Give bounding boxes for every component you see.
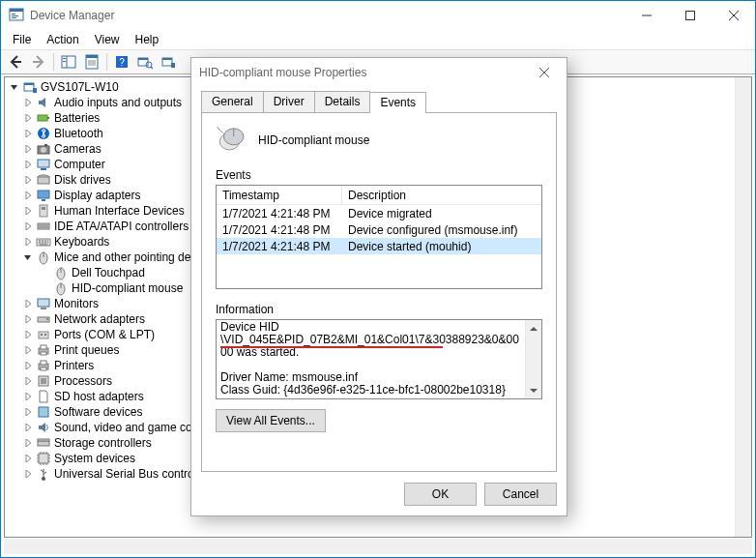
svg-rect-67 — [38, 441, 49, 446]
svg-rect-33 — [47, 117, 49, 119]
svg-point-54 — [46, 318, 48, 320]
scroll-down-icon[interactable] — [526, 382, 541, 398]
tree-label: Storage controllers — [54, 435, 152, 451]
port-icon — [36, 327, 51, 342]
hid-icon — [36, 203, 51, 219]
chevron-right-icon[interactable] — [22, 344, 34, 356]
chevron-right-icon[interactable] — [22, 313, 34, 325]
svg-rect-6 — [685, 12, 694, 20]
chevron-right-icon[interactable] — [22, 329, 34, 340]
scroll-up-icon[interactable] — [526, 320, 541, 337]
disk-icon — [36, 172, 51, 188]
event-row[interactable]: 1/7/2021 4:21:48 PMDevice started (mouhi… — [217, 238, 541, 254]
svg-rect-42 — [38, 191, 49, 198]
chevron-down-icon[interactable] — [22, 251, 34, 263]
window-controls — [625, 2, 755, 30]
device-manager-window: Device Manager File Action View Help ? G… — [0, 0, 756, 558]
highlight-underline — [220, 346, 443, 348]
properties-button[interactable] — [81, 51, 102, 73]
col-timestamp[interactable]: Timestamp — [217, 186, 342, 204]
chevron-right-icon[interactable] — [22, 406, 34, 418]
tree-scrollbar[interactable] — [735, 77, 751, 537]
ok-button[interactable]: OK — [404, 483, 477, 506]
dialog-close-button[interactable] — [530, 58, 559, 87]
svg-rect-14 — [63, 61, 66, 62]
cancel-button[interactable]: Cancel — [484, 483, 557, 506]
chevron-right-icon[interactable] — [22, 143, 34, 155]
help-button[interactable]: ? — [111, 51, 132, 73]
menu-view[interactable]: View — [89, 31, 126, 48]
menu-action[interactable]: Action — [41, 31, 84, 48]
sound-icon — [36, 420, 51, 435]
svg-rect-39 — [41, 168, 46, 170]
maximize-button[interactable] — [668, 2, 712, 30]
chevron-right-icon[interactable] — [22, 375, 34, 387]
minimize-button[interactable] — [625, 2, 668, 30]
menubar: File Action View Help — [1, 30, 755, 49]
cpu-icon — [36, 373, 51, 389]
svg-rect-30 — [24, 83, 34, 85]
chevron-right-icon[interactable] — [22, 112, 34, 124]
menu-file[interactable]: File — [7, 31, 37, 48]
view-all-events-button[interactable]: View All Events... — [216, 409, 326, 432]
chevron-right-icon[interactable] — [22, 437, 34, 449]
tree-label: Batteries — [54, 110, 100, 126]
event-timestamp: 1/7/2021 4:21:48 PM — [217, 205, 342, 221]
camera-icon — [36, 141, 51, 157]
chevron-right-icon[interactable] — [22, 174, 34, 186]
tabstrip: General Driver Details Events — [191, 87, 567, 112]
svg-rect-43 — [42, 199, 45, 201]
svg-rect-41 — [38, 177, 49, 184]
network-icon — [36, 311, 51, 327]
tree-label: HID-compliant mouse — [72, 280, 183, 296]
chevron-right-icon[interactable] — [22, 453, 34, 464]
event-row[interactable]: 1/7/2021 4:21:48 PMDevice configured (ms… — [217, 221, 541, 238]
storage-icon — [36, 435, 51, 451]
chevron-right-icon[interactable] — [22, 391, 34, 402]
chevron-right-icon[interactable] — [22, 220, 34, 232]
chevron-right-icon[interactable] — [22, 236, 34, 248]
col-description[interactable]: Description — [342, 186, 541, 204]
event-row[interactable]: 1/7/2021 4:21:48 PMDevice migrated — [217, 205, 541, 221]
tab-general[interactable]: General — [201, 91, 264, 112]
events-header[interactable]: Timestamp Description — [217, 186, 541, 205]
tab-details[interactable]: Details — [314, 91, 371, 112]
info-scrollbar[interactable] — [525, 320, 541, 398]
scan-hardware-button[interactable] — [134, 51, 156, 73]
tab-driver[interactable]: Driver — [263, 91, 315, 112]
root-icon — [22, 79, 38, 95]
tree-label: Software devices — [54, 404, 142, 420]
usb-icon — [36, 466, 51, 482]
update-driver-button[interactable] — [158, 51, 179, 73]
chevron-right-icon[interactable] — [22, 298, 34, 309]
information-box[interactable]: Device HID \VID_045E&PID_07B2&MI_01&Col0… — [216, 319, 542, 399]
tab-events[interactable]: Events — [369, 92, 426, 113]
chevron-right-icon[interactable] — [22, 128, 34, 139]
properties-dialog: HID-compliant mouse Properties General D… — [190, 57, 567, 516]
svg-rect-4 — [12, 17, 16, 18]
close-button[interactable] — [712, 2, 755, 30]
back-button[interactable] — [5, 51, 26, 73]
chevron-right-icon[interactable] — [22, 468, 34, 480]
chevron-right-icon[interactable] — [40, 282, 51, 294]
svg-rect-28 — [171, 63, 175, 68]
svg-rect-62 — [41, 361, 46, 365]
chevron-right-icon[interactable] — [22, 205, 34, 217]
chevron-right-icon[interactable] — [40, 267, 51, 279]
mouse-icon — [53, 265, 69, 280]
tree-label: Monitors — [54, 296, 99, 311]
chevron-down-icon[interactable] — [9, 81, 20, 93]
chevron-right-icon[interactable] — [22, 159, 34, 170]
menu-help[interactable]: Help — [130, 31, 165, 48]
forward-button[interactable] — [28, 51, 49, 73]
svg-rect-55 — [39, 332, 48, 338]
chevron-right-icon[interactable] — [22, 360, 34, 371]
event-timestamp: 1/7/2021 4:21:48 PM — [217, 221, 342, 238]
monitor-icon — [36, 296, 51, 311]
chevron-right-icon[interactable] — [22, 422, 34, 433]
show-hide-tree-button[interactable] — [58, 51, 79, 73]
chevron-right-icon[interactable] — [22, 97, 34, 108]
chevron-right-icon[interactable] — [22, 190, 34, 201]
events-list[interactable]: Timestamp Description 1/7/2021 4:21:48 P… — [216, 185, 542, 289]
soft-icon — [36, 404, 51, 420]
